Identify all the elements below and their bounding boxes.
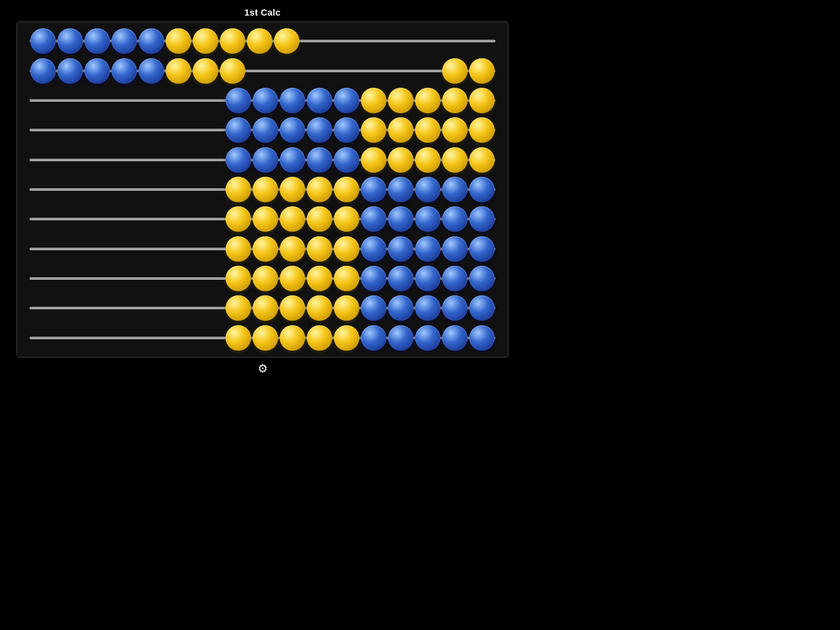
bead-right-4-7[interactable] [415,147,441,173]
abacus-row-6[interactable] [30,204,495,234]
bead-right-10-5[interactable] [361,325,386,351]
bead-left-1-3[interactable] [112,58,137,84]
bead-right-4-4[interactable] [334,147,359,173]
bead-right-7-7[interactable] [415,236,441,262]
bead-right-4-8[interactable] [442,147,468,173]
bead-right-2-1[interactable] [253,88,278,113]
abacus-row-4[interactable] [30,145,495,175]
bead-left-1-7[interactable] [220,58,245,84]
bead-left-1-4[interactable] [139,58,164,84]
bead-right-5-8[interactable] [442,177,468,202]
bead-right-7-9[interactable] [469,236,495,262]
bead-left-0-4[interactable] [139,28,164,54]
bead-right-6-7[interactable] [415,206,441,232]
bead-right-6-8[interactable] [442,206,468,232]
abacus-row-2[interactable] [30,86,495,115]
bead-right-8-3[interactable] [307,266,332,291]
bead-right-7-4[interactable] [334,236,359,262]
bead-right-7-8[interactable] [442,236,468,262]
bead-right-5-3[interactable] [307,177,332,202]
bead-left-0-7[interactable] [220,28,245,54]
bead-right-9-5[interactable] [361,295,386,321]
bead-right-6-4[interactable] [334,206,359,232]
bead-left-0-3[interactable] [112,28,137,54]
bead-right-2-8[interactable] [442,88,468,113]
bead-right-9-6[interactable] [388,295,413,321]
abacus-row-0[interactable] [30,26,495,56]
bead-right-4-2[interactable] [280,147,305,173]
bead-right-7-5[interactable] [361,236,386,262]
bead-left-0-0[interactable] [30,28,56,54]
bead-right-10-1[interactable] [253,325,278,351]
bead-right-5-2[interactable] [280,177,305,202]
bead-right-1-0[interactable] [442,58,468,84]
bead-right-8-4[interactable] [334,266,359,291]
bead-right-3-3[interactable] [307,117,332,143]
bead-right-6-0[interactable] [226,206,251,232]
bead-left-0-1[interactable] [57,28,83,54]
bead-right-10-9[interactable] [469,325,495,351]
bead-right-2-4[interactable] [334,88,359,113]
bead-right-10-7[interactable] [415,325,441,351]
bead-left-0-5[interactable] [166,28,191,54]
bead-left-1-1[interactable] [57,58,83,84]
bead-left-0-8[interactable] [247,28,272,54]
bead-right-10-3[interactable] [307,325,332,351]
bead-right-6-5[interactable] [361,206,386,232]
bead-right-7-3[interactable] [307,236,332,262]
abacus-row-8[interactable] [30,264,495,293]
bead-right-7-2[interactable] [280,236,305,262]
bead-right-5-6[interactable] [388,177,413,202]
bead-right-3-2[interactable] [280,117,305,143]
bead-left-1-0[interactable] [30,58,56,84]
bead-left-1-2[interactable] [84,58,110,84]
bead-right-9-1[interactable] [253,295,278,321]
settings-icon[interactable]: ⚙ [258,362,268,375]
bead-right-8-7[interactable] [415,266,441,291]
bead-right-3-8[interactable] [442,117,468,143]
bead-right-5-1[interactable] [253,177,278,202]
bead-right-3-1[interactable] [253,117,278,143]
bead-right-4-9[interactable] [469,147,495,173]
bead-right-4-1[interactable] [253,147,278,173]
bead-right-6-9[interactable] [469,206,495,232]
bead-right-2-0[interactable] [226,88,251,113]
bead-right-7-0[interactable] [226,236,251,262]
bead-right-3-6[interactable] [388,117,413,143]
bead-right-10-8[interactable] [442,325,468,351]
bead-right-5-7[interactable] [415,177,441,202]
abacus-row-9[interactable] [30,293,495,323]
abacus-row-7[interactable] [30,234,495,264]
bead-right-8-0[interactable] [226,266,251,291]
bead-right-6-6[interactable] [388,206,413,232]
bead-right-2-7[interactable] [415,88,441,113]
bead-right-2-9[interactable] [469,88,495,113]
bead-right-2-3[interactable] [307,88,332,113]
bead-right-4-0[interactable] [226,147,251,173]
bead-right-10-4[interactable] [334,325,359,351]
bead-right-2-5[interactable] [361,88,386,113]
bead-right-5-9[interactable] [469,177,495,202]
bead-right-7-6[interactable] [388,236,413,262]
bead-left-0-6[interactable] [193,28,218,54]
bead-right-5-4[interactable] [334,177,359,202]
bead-right-8-9[interactable] [469,266,495,291]
abacus-row-1[interactable] [30,56,495,86]
bead-right-5-5[interactable] [361,177,386,202]
bead-right-8-5[interactable] [361,266,386,291]
bead-right-9-8[interactable] [442,295,468,321]
bead-right-3-0[interactable] [226,117,251,143]
bead-right-2-2[interactable] [280,88,305,113]
abacus-row-5[interactable] [30,175,495,204]
bead-right-8-6[interactable] [388,266,413,291]
bead-right-4-3[interactable] [307,147,332,173]
bead-right-3-4[interactable] [334,117,359,143]
bead-right-9-2[interactable] [280,295,305,321]
bead-right-9-9[interactable] [469,295,495,321]
bead-left-0-9[interactable] [274,28,299,54]
abacus-row-10[interactable] [30,323,495,353]
bead-left-1-5[interactable] [166,58,191,84]
bead-left-0-2[interactable] [84,28,110,54]
bead-right-9-7[interactable] [415,295,441,321]
bead-right-9-3[interactable] [307,295,332,321]
